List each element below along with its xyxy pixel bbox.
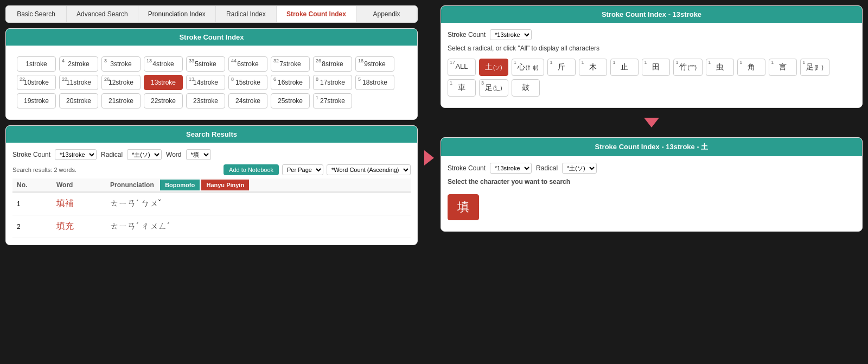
radical-filter-label: Radical <box>101 151 123 158</box>
stroke-btn-21stroke[interactable]: 21stroke <box>101 93 141 108</box>
results-table: No. Word Pronunciation Bopomofo Hanyu Pi… <box>12 178 411 238</box>
stroke-btn-2stroke[interactable]: 42stroke <box>59 56 98 72</box>
stroke-btn-3stroke[interactable]: 33stroke <box>101 56 141 72</box>
nav-tabs: Basic Search Advanced Search Pronunciati… <box>6 6 417 22</box>
radical-btn[interactable]: 1止 <box>610 59 639 76</box>
right-bottom-panel-body: Stroke Count *13stroke Radical *土(ソ) Sel… <box>441 156 862 231</box>
radical-btn[interactable]: 17ALL <box>448 59 476 76</box>
radical-grid: 17ALL土(ソ)1心(忄ψ)1斤1木1止1田1竹(⺮)1虫1角1言1足(⻊)1… <box>448 54 856 101</box>
results-meta: Search results: 2 words. Add to Notebook… <box>12 164 411 175</box>
char-btn[interactable]: 填 <box>448 194 479 220</box>
stroke-grid: 1stroke42stroke33stroke134stroke335strok… <box>12 52 411 113</box>
arrow-down-container <box>441 113 863 132</box>
word-filter-label: Word <box>166 151 181 158</box>
search-results-body: Stroke Count *13stroke Radical *土(ソ) Wor… <box>6 143 417 245</box>
arrow-right-icon <box>424 150 434 165</box>
results-table-body: 1 填補 ㄊㄧㄢˊ ㄅㄨˇ 2 填充 ㄊㄧㄢˊ ㄔㄨㄥˊ <box>12 192 411 238</box>
radical-btn[interactable]: 1心(忄ψ) <box>512 59 545 76</box>
per-page-select[interactable]: Per Page <box>282 164 323 175</box>
right-column: Stroke Count Index - 13stroke Stroke Cou… <box>441 5 863 245</box>
radical-btn[interactable]: 1言 <box>769 59 797 76</box>
sort-select[interactable]: *Word Count (Ascending) <box>327 164 411 175</box>
tab-advanced-search[interactable]: Advanced Search <box>67 6 138 22</box>
stroke-count-filter-select[interactable]: *13stroke <box>55 149 97 160</box>
tab-appendix[interactable]: Appendix <box>356 6 417 22</box>
tab-basic-search[interactable]: Basic Search <box>6 6 67 22</box>
stroke-btn-17stroke[interactable]: 817stroke <box>313 75 352 90</box>
stroke-btn-11stroke[interactable]: 2211stroke <box>59 75 98 90</box>
stroke-count-panel: Stroke Count Index 1stroke42stroke33stro… <box>5 28 418 120</box>
stroke-btn-24stroke[interactable]: 24stroke <box>228 93 267 108</box>
results-table-head: No. Word Pronunciation Bopomofo Hanyu Pi… <box>12 178 411 192</box>
stroke-count-select-bottom[interactable]: *13stroke <box>490 163 532 174</box>
radical-btn[interactable]: 1角 <box>737 59 765 76</box>
stroke-count-panel-body: 1stroke42stroke33stroke134stroke335strok… <box>6 46 417 119</box>
stroke-btn-7stroke[interactable]: 327stroke <box>271 56 310 72</box>
right-top-panel-header: Stroke Count Index - 13stroke <box>441 6 862 23</box>
cell-no: 2 <box>12 215 52 238</box>
tab-hanyu-pinyin[interactable]: Hanyu Pinyin <box>201 180 249 190</box>
right-top-panel-body: Stroke Count *13stroke Select a radical,… <box>441 23 862 107</box>
radical-select-bottom[interactable]: *土(ソ) <box>562 163 597 174</box>
cell-word[interactable]: 填充 <box>52 215 106 238</box>
stroke-btn-18stroke[interactable]: 518stroke <box>355 75 394 90</box>
stroke-btn-22stroke[interactable]: 22stroke <box>144 93 183 108</box>
radical-btn[interactable]: 鼓 <box>512 79 540 97</box>
stroke-btn-19stroke[interactable]: 19stroke <box>17 93 56 108</box>
stroke-count-panel-header: Stroke Count Index <box>6 29 417 46</box>
stroke-btn-1stroke[interactable]: 1stroke <box>17 56 56 72</box>
cell-no: 1 <box>12 192 52 215</box>
add-to-notebook-button[interactable]: Add to Notebook <box>224 164 279 175</box>
stroke-btn-15stroke[interactable]: 815stroke <box>228 75 267 90</box>
results-count: Search results: 2 words. <box>12 167 76 173</box>
radical-btn[interactable]: 3足(辶) <box>479 79 508 97</box>
bottom-panel-filters: Stroke Count *13stroke Radical *土(ソ) <box>448 163 856 174</box>
cell-word[interactable]: 填補 <box>52 192 106 215</box>
tab-radical-index[interactable]: Radical Index <box>216 6 277 22</box>
stroke-btn-27stroke[interactable]: 127stroke <box>313 93 352 108</box>
radical-btn[interactable]: 1竹(⺮) <box>673 59 703 76</box>
results-actions: Add to Notebook Per Page *Word Count (As… <box>224 164 411 175</box>
tab-bopomofo[interactable]: Bopomofo <box>160 180 200 190</box>
stroke-btn-4stroke[interactable]: 134stroke <box>144 56 183 72</box>
stroke-btn-5stroke[interactable]: 335stroke <box>186 56 225 72</box>
search-results-panel: Search Results Stroke Count *13stroke Ra… <box>5 125 418 245</box>
stroke-btn-14stroke[interactable]: 1314stroke <box>186 75 225 90</box>
radical-btn[interactable]: 1田 <box>642 59 670 76</box>
stroke-btn-10stroke[interactable]: 2210stroke <box>17 75 56 90</box>
stroke-btn-13stroke[interactable]: 13stroke <box>144 75 183 90</box>
stroke-count-select-top[interactable]: *13stroke <box>490 29 532 40</box>
arrow-right-container <box>424 5 434 245</box>
char-select-grid: 填 <box>448 190 856 225</box>
stroke-count-label-bottom: Stroke Count <box>448 164 486 172</box>
tab-pronunciation-index[interactable]: Pronunciation Index <box>138 6 216 22</box>
tab-stroke-count-index[interactable]: Stroke Count Index <box>277 6 356 22</box>
radical-btn[interactable]: 1木 <box>579 59 607 76</box>
stroke-btn-9stroke[interactable]: 169stroke <box>355 56 394 72</box>
word-filter-select[interactable]: *填 <box>186 149 211 160</box>
radical-btn[interactable]: 1足(⻊) <box>800 59 829 76</box>
right-top-panel: Stroke Count Index - 13stroke Stroke Cou… <box>441 5 863 108</box>
radical-btn[interactable]: 土(ソ) <box>479 59 508 76</box>
stroke-btn-6stroke[interactable]: 446stroke <box>228 56 267 72</box>
stroke-btn-20stroke[interactable]: 20stroke <box>59 93 98 108</box>
radical-btn[interactable]: 1虫 <box>706 59 734 76</box>
radical-btn[interactable]: 1車 <box>448 79 476 97</box>
stroke-btn-25stroke[interactable]: 25stroke <box>271 93 310 108</box>
stroke-btn-8stroke[interactable]: 268stroke <box>313 56 352 72</box>
search-filters: Stroke Count *13stroke Radical *土(ソ) Wor… <box>12 149 411 160</box>
cell-pronunciation: ㄊㄧㄢˊ ㄔㄨㄥˊ <box>106 215 411 238</box>
table-row: 1 填補 ㄊㄧㄢˊ ㄅㄨˇ <box>12 192 411 215</box>
radical-btn[interactable]: 1斤 <box>547 59 576 76</box>
stroke-btn-23stroke[interactable]: 23stroke <box>186 93 225 108</box>
radical-filter-select[interactable]: *土(ソ) <box>127 149 162 160</box>
right-bottom-panel-header: Stroke Count Index - 13stroke - 土 <box>441 138 862 156</box>
stroke-btn-16stroke[interactable]: 616stroke <box>271 75 310 90</box>
right-bottom-panel: Stroke Count Index - 13stroke - 土 Stroke… <box>441 137 863 232</box>
stroke-btn-12stroke[interactable]: 2612stroke <box>101 75 141 90</box>
search-results-header: Search Results <box>6 126 417 143</box>
char-instruction: Select the character you want to search <box>448 178 856 186</box>
cell-pronunciation: ㄊㄧㄢˊ ㄅㄨˇ <box>106 192 411 215</box>
table-row: 2 填充 ㄊㄧㄢˊ ㄔㄨㄥˊ <box>12 215 411 238</box>
col-no: No. <box>12 178 52 192</box>
